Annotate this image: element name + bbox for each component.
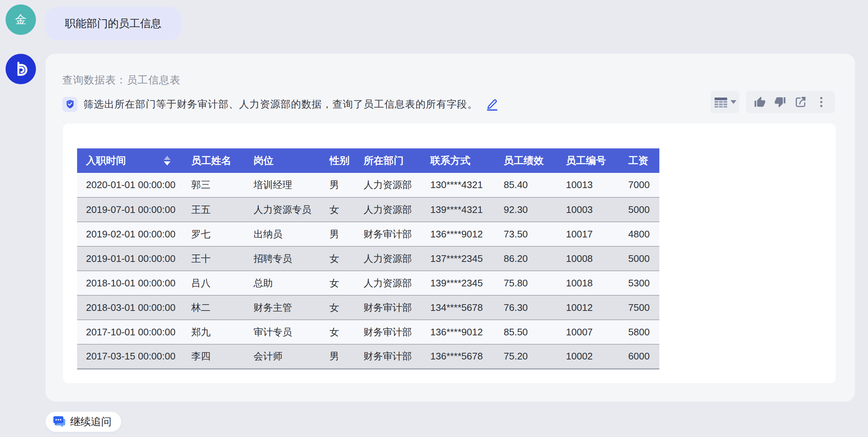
table-cell: 85.40 [498,173,560,197]
table-cell: 5300 [622,271,659,295]
table-cell: 75.20 [498,344,560,369]
user-avatar: 金 [6,4,36,35]
table-cell: 10003 [560,197,622,222]
column-header-1[interactable]: 入职时间 [77,148,185,173]
table-cell: 10017 [560,222,622,246]
thumbs-down-icon [774,96,786,108]
table-cell: 136****5678 [424,344,498,369]
table-view-switcher-button[interactable] [710,91,739,113]
table-cell: 郑九 [185,320,248,344]
table-cell: 女 [324,197,358,222]
table-cell: 招聘专员 [248,246,324,271]
table-cell: 86.20 [498,246,560,271]
table-cell: 男 [324,173,358,197]
table-cell: 136****9012 [424,320,498,344]
table-row: 2018-10-01 00:00:00吕八总助女人力资源部139****2345… [77,271,659,295]
column-header-7: 员工绩效 [498,148,560,173]
chat-bubble-icon [53,416,66,428]
table-cell: 女 [324,246,358,271]
query-description-text: 筛选出所在部门等于财务审计部、人力资源部的数据，查询了员工信息表的所有字段。 [83,98,478,111]
table-cell: 财务审计部 [358,295,424,320]
table-view-icon [714,96,728,108]
table-header-row: 入职时间员工姓名岗位性别所在部门联系方式员工绩效员工编号工资 [77,148,659,173]
table-row: 2019-02-01 00:00:00罗七出纳员男财务审计部136****901… [77,222,659,246]
result-toolbar [710,91,835,113]
table-cell: 76.30 [498,295,560,320]
thumbs-down-button[interactable] [774,96,786,108]
table-cell: 2018-03-01 00:00:00 [77,295,185,320]
table-cell: 人力资源部 [358,173,424,197]
table-cell: 财务审计部 [358,222,424,246]
thumbs-up-button[interactable] [753,96,766,108]
table-cell: 2018-10-01 00:00:00 [77,271,185,295]
table-cell: 王五 [185,197,248,222]
table-cell: 总助 [248,271,324,295]
table-row: 2019-01-01 00:00:00王十招聘专员女人力资源部137****23… [77,246,659,271]
table-cell: 5800 [622,320,659,344]
table-cell: 5000 [622,246,659,271]
table-cell: 2017-03-15 00:00:00 [77,344,185,369]
table-cell: 10008 [560,246,622,271]
column-header-9: 工资 [622,148,659,173]
table-cell: 培训经理 [248,173,324,197]
table-cell: 2020-01-01 00:00:00 [77,173,185,197]
table-cell: 财务审计部 [358,320,424,344]
table-cell: 92.30 [498,197,560,222]
table-cell: 10012 [560,295,622,320]
table-header: 入职时间员工姓名岗位性别所在部门联系方式员工绩效员工编号工资 [77,148,659,173]
shield-check-icon [62,97,77,112]
table-cell: 134****5678 [424,295,498,320]
table-cell: 出纳员 [248,222,324,246]
employee-table: 入职时间员工姓名岗位性别所在部门联系方式员工绩效员工编号工资 2020-01-0… [77,148,659,369]
table-cell: 7000 [622,173,659,197]
share-icon [794,95,807,109]
table-cell: 人力资源部 [358,246,424,271]
table-cell: 139****4321 [424,197,498,222]
more-menu-button[interactable] [815,96,828,108]
table-cell: 王十 [185,246,248,271]
query-description-row: 筛选出所在部门等于财务审计部、人力资源部的数据，查询了员工信息表的所有字段。 [62,93,498,116]
sort-toggle-icon[interactable] [164,156,170,165]
table-cell: 会计师 [248,344,324,369]
edit-query-button[interactable] [486,98,498,111]
assistant-response-card: 查询数据表：员工信息表 筛选出所在部门等于财务审计部、人力资源部的数据，查询了员… [46,54,855,401]
user-avatar-text: 金 [15,12,27,27]
table-cell: 人力资源专员 [248,197,324,222]
table-cell: 郭三 [185,173,248,197]
table-cell: 6000 [622,344,659,369]
user-message-text: 职能部门的员工信息 [65,16,162,31]
edit-pencil-icon [486,98,498,111]
table-cell: 审计专员 [248,320,324,344]
share-button[interactable] [794,95,807,109]
table-cell: 男 [324,344,358,369]
follow-up-label: 继续追问 [70,415,112,429]
table-row: 2017-03-15 00:00:00李四会计师男财务审计部136****567… [77,344,659,369]
table-cell: 136****9012 [424,222,498,246]
table-cell: 李四 [185,344,248,369]
table-cell: 人力资源部 [358,271,424,295]
table-panel: 入职时间员工姓名岗位性别所在部门联系方式员工绩效员工编号工资 2020-01-0… [63,124,836,383]
table-row: 2019-07-01 00:00:00王五人力资源专员女人力资源部139****… [77,197,659,222]
column-header-6: 联系方式 [424,148,498,173]
table-cell: 2019-07-01 00:00:00 [77,197,185,222]
table-cell: 85.50 [498,320,560,344]
table-cell: 女 [324,295,358,320]
thumbs-up-icon [753,96,766,108]
table-row: 2020-01-01 00:00:00郭三培训经理男人力资源部130****43… [77,173,659,197]
table-cell: 2019-01-01 00:00:00 [77,246,185,271]
table-cell: 130****4321 [424,173,498,197]
column-header-4: 性别 [324,148,358,173]
feedback-icon-bar [746,91,835,113]
follow-up-button[interactable]: 继续追问 [46,412,121,432]
table-cell: 男 [324,222,358,246]
column-header-5: 所在部门 [358,148,424,173]
table-cell: 139****2345 [424,271,498,295]
table-cell: 2017-10-01 00:00:00 [77,320,185,344]
table-cell: 吕八 [185,271,248,295]
table-cell: 罗七 [185,222,248,246]
table-cell: 7500 [622,295,659,320]
table-cell: 75.80 [498,271,560,295]
assistant-avatar [6,54,36,84]
table-cell: 人力资源部 [358,197,424,222]
table-cell: 5000 [622,197,659,222]
